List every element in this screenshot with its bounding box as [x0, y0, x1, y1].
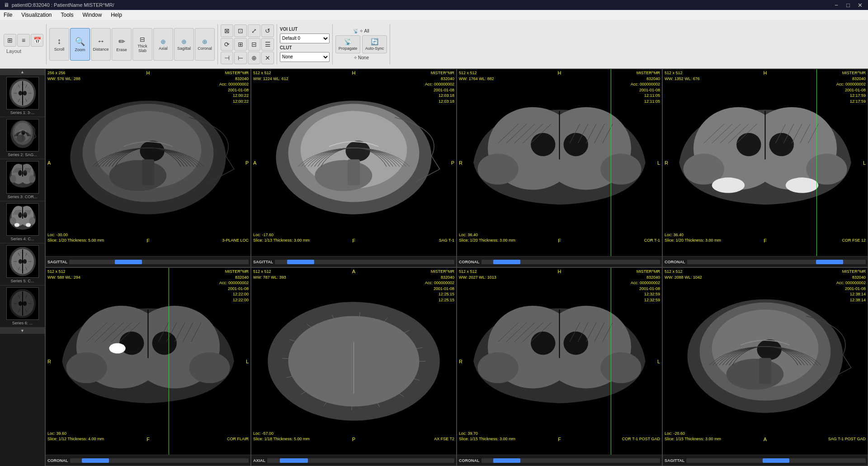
series-item-5[interactable]: Series 5: C... — [0, 243, 45, 285]
viewer-cell-v2[interactable]: 512 x 512WW: 1224 WL: 612MISTER^MR832040… — [251, 69, 457, 267]
scrollbar-thumb-v5 — [82, 458, 108, 463]
viewer-cell-v7[interactable]: 512 x 512WW: 2027 WL: 1013MISTER^MR83204… — [457, 267, 662, 466]
icon-btn-5[interactable]: ⟳ — [221, 38, 233, 51]
thick-slab-btn[interactable]: ⊟ Thick Slab — [132, 28, 152, 61]
viewer-image-v5: 512 x 512WW: 588 WL: 294MISTER^MR832040A… — [46, 268, 250, 455]
distance-btn[interactable]: ↔ Distance — [91, 28, 111, 61]
scrollbar-v3[interactable] — [481, 260, 660, 264]
series-label-4: Series 4: C... — [10, 237, 34, 241]
viewer-cell-v4[interactable]: 512 x 512WW: 1352 WL: 676MISTER^MR832040… — [662, 69, 868, 267]
viewer-bottom-bar-v1: SAGITTAL — [46, 256, 250, 267]
scrollbar-v4[interactable] — [687, 260, 866, 264]
icon-btn-9[interactable]: ⊣ — [221, 52, 233, 64]
svg-point-202 — [757, 339, 781, 360]
modality-label-v1: SAGITTAL — [47, 260, 67, 264]
thick-slab-icon: ⊟ — [140, 36, 145, 43]
viewer-cell-v3[interactable]: 512 x 512WW: 1764 WL: 882MISTER^MR832040… — [457, 69, 662, 267]
modality-label-v7: CORONAL — [459, 458, 480, 463]
clut-label: CLUT — [280, 45, 330, 50]
sidebar-scroll-down[interactable]: ▼ — [0, 328, 45, 334]
erase-btn[interactable]: ✏ Erase — [112, 28, 132, 61]
svg-point-58 — [25, 223, 30, 227]
app-icon: 🖥 — [4, 2, 9, 8]
propagate-btn[interactable]: 📡 Propagate — [335, 35, 360, 53]
icon-btn-4[interactable]: ↺ — [261, 24, 274, 37]
main-content: ▲ Series 1: 3-...Series 2: SAG...Series … — [0, 69, 868, 466]
series-item-1[interactable]: Series 1: 3-... — [0, 75, 45, 117]
menu-visualization[interactable]: Visualization — [19, 11, 53, 19]
icon-btn-8[interactable]: ☰ — [261, 38, 274, 51]
voi-label: VOI LUT — [280, 27, 330, 32]
icon-btn-3[interactable]: ⤢ — [248, 24, 260, 37]
coronal-btn[interactable]: ⊕ Coronal — [195, 28, 215, 61]
modality-label-v6: AXIAL — [253, 458, 265, 463]
series-thumb-5 — [6, 245, 39, 278]
viewer-bottom-bar-v2: SAGITTAL — [251, 256, 456, 267]
menu-help[interactable]: Help — [109, 11, 124, 19]
zoom-btn[interactable]: 🔍 Zoom — [70, 28, 90, 61]
clut-select[interactable]: None — [280, 52, 330, 62]
series-label-5: Series 5: C... — [10, 279, 34, 283]
icon-btn-2[interactable]: ⊡ — [234, 24, 247, 37]
sidebar-scroll-up[interactable]: ▲ — [0, 69, 45, 75]
svg-rect-100 — [348, 159, 360, 185]
coronal-icon: ⊕ — [202, 38, 208, 45]
modality-label-v3: CORONAL — [459, 260, 480, 264]
viewer-cell-v1[interactable]: 256 x 256WW: 576 WL: 288MISTER^MR832040A… — [45, 69, 251, 267]
sagittal-icon: ⊕ — [181, 38, 187, 45]
icon-btn-6[interactable]: ⊞ — [234, 38, 247, 51]
layout-list-btn[interactable]: ≡ — [17, 34, 30, 47]
viewer-cell-v8[interactable]: 512 x 512WW: 2088 WL: 1042MISTER^MR83204… — [662, 267, 868, 466]
scrollbar-v1[interactable] — [69, 260, 249, 264]
svg-point-25 — [18, 170, 22, 176]
voi-section: VOI LUT Default 0 CLUT None — [280, 24, 333, 65]
maximize-button[interactable]: □ — [844, 1, 853, 9]
scrollbar-thumb-v8 — [763, 458, 790, 463]
series-item-6[interactable]: Series 6: ... — [0, 285, 45, 328]
viewer-cell-v5[interactable]: 512 x 512WW: 588 WL: 294MISTER^MR832040A… — [45, 267, 251, 466]
scrollbar-thumb-v3 — [493, 260, 520, 264]
auto-sync-icon: 🔄 — [371, 38, 378, 45]
layout-cal-btn[interactable]: 📅 — [31, 34, 43, 47]
svg-rect-20 — [21, 134, 23, 141]
scrollbar-v6[interactable] — [267, 458, 454, 463]
series-item-2[interactable]: Series 2: SAG... — [0, 117, 45, 159]
icon-btn-12[interactable]: ✕ — [261, 52, 274, 64]
minimize-button[interactable]: − — [832, 1, 841, 9]
scroll-icon: ↕ — [57, 37, 61, 46]
icon-btn-10[interactable]: ⊢ — [234, 52, 247, 64]
voi-select[interactable]: Default 0 — [280, 33, 330, 43]
close-button[interactable]: ✕ — [855, 1, 864, 9]
svg-rect-93 — [142, 159, 154, 185]
menu-file[interactable]: File — [2, 11, 14, 19]
icon-btn-11[interactable]: ⊕ — [248, 52, 260, 64]
menu-tools[interactable]: Tools — [59, 11, 75, 19]
auto-sync-btn[interactable]: 🔄 Auto-Sync — [362, 35, 387, 53]
scrollbar-v7[interactable] — [481, 458, 660, 463]
scroll-btn[interactable]: ↕ Scroll — [49, 28, 69, 61]
sagittal-btn[interactable]: ⊕ Sagittal — [174, 28, 194, 61]
modality-label-v2: SAGITTAL — [253, 260, 273, 264]
icon-btn-7[interactable]: ⊟ — [248, 38, 260, 51]
scrollbar-thumb-v4 — [816, 260, 843, 264]
small-icons-group: ⊠ ⊡ ⤢ ↺ ⟳ ⊞ ⊟ ☰ ⊣ ⊢ ⊕ ✕ — [221, 24, 277, 65]
viewer-bottom-bar-v6: AXIAL — [251, 455, 456, 466]
series-item-3[interactable]: Series 3: COR... — [0, 159, 45, 201]
menu-window[interactable]: Window — [81, 11, 104, 19]
scrollbar-v8[interactable] — [686, 458, 866, 463]
scrollbar-v2[interactable] — [275, 260, 454, 264]
svg-point-65 — [23, 259, 26, 264]
scrollbar-thumb-v7 — [493, 458, 520, 463]
titlebar: 🖥 patientID:832040 : PatientName MISTER^… — [0, 0, 868, 10]
series-item-4[interactable]: Series 4: C... — [0, 201, 45, 243]
viewer-bottom-bar-v8: SAGITTAL — [663, 455, 868, 466]
axial-btn[interactable]: ⊕ Axial — [153, 28, 173, 61]
series-label-6: Series 6: ... — [12, 321, 33, 325]
viewer-bottom-bar-v7: CORONAL — [457, 455, 662, 466]
viewer-cell-v6[interactable]: 512 x 512WW: 787 WL: 393MISTER^MR832040A… — [251, 267, 457, 466]
erase-icon: ✏ — [118, 37, 125, 47]
scrollbar-v5[interactable] — [70, 458, 249, 463]
layout-grid-btn[interactable]: ⊞ — [4, 34, 16, 47]
svg-point-124 — [769, 133, 794, 156]
icon-btn-1[interactable]: ⊠ — [221, 24, 233, 37]
